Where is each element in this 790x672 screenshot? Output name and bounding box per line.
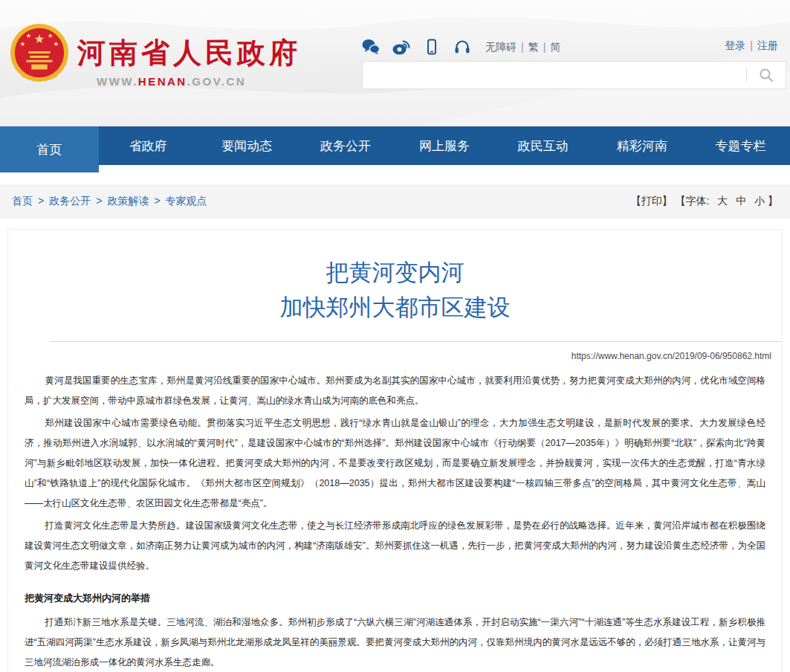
national-emblem-logo: ★ ★ ★ ★ ★ [9, 22, 70, 83]
register-link[interactable]: 注册 [757, 39, 778, 51]
breadcrumb: 首页>政务公开>政策解读>专家观点 [12, 195, 207, 208]
print-button[interactable]: 【打印】 [631, 195, 673, 207]
article-source-url: https://www.henan.gov.cn/2019/09-06/9508… [8, 351, 782, 361]
breadcrumb-separator: > [96, 195, 102, 207]
breadcrumb-bar: 首页>政务公开>政策解读>专家观点 【打印】 【字体: 大 中 小 】 [0, 184, 790, 219]
article-subheading: 把黄河变成大郑州内河的举措 [25, 588, 765, 608]
wechat-icon[interactable] [362, 39, 380, 55]
audio-icon[interactable] [453, 39, 471, 55]
article-paragraph: 打通郑汴新三地水系是关键。三地河流、湖泊和湿地众多。郑州初步形成了“六纵六横三湖… [25, 613, 765, 672]
svg-text:★: ★ [20, 40, 26, 48]
breadcrumb-link-government-affairs[interactable]: 政务公开 [49, 195, 91, 207]
page-tools: 【打印】 【字体: 大 中 小 】 [631, 195, 778, 208]
site-title: 河南省人民政府 [77, 34, 301, 72]
article-paragraph: 打造黄河文化生态带是大势所趋。建设国家级黄河文化生态带，使之与长江经济带形成南北… [25, 516, 765, 576]
divider: | [750, 39, 753, 51]
social-icons-row [362, 39, 471, 55]
nav-item-government-affairs[interactable]: 政务公开 [297, 126, 395, 165]
breadcrumb-link-policy-interpretation[interactable]: 政策解读 [107, 195, 149, 207]
article-paragraph: 郑州建设国家中心城市需要绿色动能。贯彻落实习近平生态文明思想，践行“绿水青山就是… [25, 413, 765, 514]
article-container: 把黄河变内河 加快郑州大都市区建设 https://www.henan.gov.… [7, 229, 783, 672]
svg-text:★: ★ [54, 40, 59, 48]
accessibility-links: 无障碍|繁|简 [485, 41, 560, 54]
breadcrumb-separator: > [38, 195, 44, 207]
divider: | [543, 41, 546, 53]
breadcrumb-separator: > [154, 195, 160, 207]
site-url-prefix: WWW. [97, 75, 138, 88]
nav-item-home[interactable]: 首页 [0, 126, 99, 172]
svg-text:★: ★ [34, 32, 45, 46]
article-paragraph: 黄河是我国重要的生态宝库，郑州是黄河沿线重要的国家中心城市。郑州要成为名副其实的… [25, 371, 765, 411]
search-bar [362, 61, 786, 89]
site-header: ★ ★ ★ ★ ★ 河南省人民政府 WWW.HENAN.GOV.CN [0, 0, 790, 126]
nav-item-provincial-government[interactable]: 省政府 [99, 126, 198, 165]
search-button[interactable] [747, 62, 786, 88]
site-url-highlight: HENAN [138, 75, 187, 88]
breadcrumb-current-expert-views[interactable]: 专家观点 [166, 195, 207, 207]
nav-item-public-interaction[interactable]: 政民互动 [493, 126, 592, 165]
font-size-large-button[interactable]: 大 [717, 195, 728, 207]
site-url-suffix: .GOV.CN [187, 75, 246, 88]
nav-item-news[interactable]: 要闻动态 [198, 126, 297, 165]
article-body: 黄河是我国重要的生态宝库，郑州是黄河沿线重要的国家中心城市。郑州要成为名副其实的… [8, 361, 782, 672]
nav-item-special-topics[interactable]: 专题专栏 [691, 126, 790, 165]
font-size-small-button[interactable]: 小 [754, 195, 765, 207]
main-navigation: 首页 省政府 要闻动态 政务公开 网上服务 政民互动 精彩河南 专题专栏 [0, 126, 790, 165]
svg-text:★: ★ [48, 32, 54, 39]
weibo-icon[interactable] [392, 39, 410, 55]
article-title: 把黄河变内河 加快郑州大都市区建设 [8, 255, 782, 325]
nav-item-splendid-henan[interactable]: 精彩河南 [592, 126, 691, 165]
site-url-text: WWW.HENAN.GOV.CN [97, 75, 246, 88]
breadcrumb-link-home[interactable]: 首页 [12, 195, 33, 207]
font-size-medium-button[interactable]: 中 [736, 195, 746, 207]
nav-item-online-services[interactable]: 网上服务 [395, 126, 494, 165]
divider: | [521, 41, 524, 53]
traditional-chinese-link[interactable]: 繁 [528, 41, 539, 53]
svg-text:★: ★ [25, 32, 31, 39]
font-size-label-close: 】 [768, 195, 778, 207]
article-title-line1: 把黄河变内河 [326, 259, 464, 285]
login-link[interactable]: 登录 [725, 39, 745, 51]
mobile-icon[interactable] [423, 39, 441, 55]
search-input[interactable] [363, 62, 746, 88]
simplified-chinese-link[interactable]: 简 [550, 41, 560, 53]
title-divider [50, 341, 782, 342]
search-icon [759, 68, 774, 83]
accessibility-link[interactable]: 无障碍 [485, 41, 517, 53]
font-size-label: 【字体: [676, 195, 710, 207]
auth-links: 登录|注册 [725, 39, 778, 53]
article-title-line2: 加快郑州大都市区建设 [280, 294, 511, 320]
